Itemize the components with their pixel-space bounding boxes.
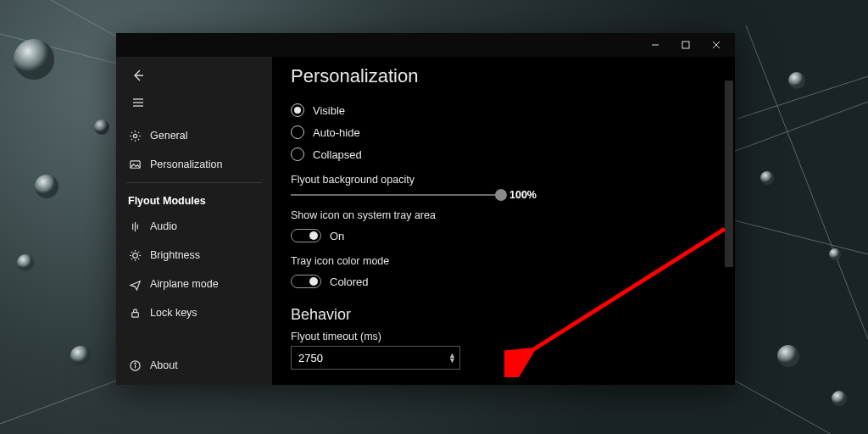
- plane-icon: [128, 277, 142, 291]
- sidebar-item-personalization[interactable]: Personalization: [116, 150, 272, 179]
- svg-point-7: [17, 254, 34, 271]
- svg-point-10: [788, 72, 805, 89]
- radio-autohide[interactable]: Auto-hide: [291, 121, 735, 143]
- palette-icon: [128, 158, 142, 171]
- timeout-spinbox[interactable]: 2750 ▲▼: [291, 346, 460, 370]
- hamburger-button[interactable]: [121, 89, 155, 116]
- sidebar-item-audio[interactable]: Audio: [116, 212, 272, 241]
- titlebar: [116, 33, 735, 57]
- radio-icon: [291, 125, 304, 139]
- svg-point-13: [777, 345, 799, 367]
- opacity-label: Flyout background opacity: [291, 174, 735, 186]
- svg-point-9: [94, 120, 109, 135]
- settings-window: General Personalization Flyout Modules A…: [116, 33, 735, 385]
- lock-icon: [128, 306, 142, 320]
- sidebar-item-label: Lock keys: [150, 307, 198, 319]
- toggle-state-text: On: [330, 230, 344, 242]
- scrollbar[interactable]: [723, 81, 735, 385]
- toggle-state-text: Colored: [330, 275, 369, 288]
- radio-icon: [291, 147, 304, 161]
- radio-label: Auto-hide: [313, 126, 360, 139]
- page-title: Personalization: [291, 65, 735, 87]
- svg-point-11: [760, 171, 774, 185]
- svg-point-12: [829, 248, 841, 260]
- svg-point-24: [132, 253, 137, 258]
- radio-label: Collapsed: [313, 148, 362, 161]
- gear-icon: [128, 129, 142, 142]
- tray-color-toggle[interactable]: [291, 275, 321, 288]
- sidebar-item-label: Brightness: [150, 249, 200, 261]
- sidebar-item-label: General: [150, 130, 187, 142]
- svg-point-14: [832, 391, 847, 406]
- sidebar-item-lock-keys[interactable]: Lock keys: [116, 298, 272, 327]
- minimize-button[interactable]: [640, 33, 670, 57]
- radio-collapsed[interactable]: Collapsed: [291, 143, 735, 165]
- radio-visible[interactable]: Visible: [291, 99, 735, 121]
- tray-color-label: Tray icon color mode: [291, 255, 735, 267]
- audio-icon: [128, 220, 142, 233]
- sun-icon: [128, 248, 142, 262]
- svg-point-5: [14, 39, 54, 80]
- sidebar: General Personalization Flyout Modules A…: [116, 57, 272, 385]
- scrollbar-thumb[interactable]: [725, 81, 733, 267]
- sidebar-item-label: Airplane mode: [150, 278, 219, 290]
- opacity-value: 100%: [509, 189, 537, 201]
- back-button[interactable]: [121, 62, 155, 89]
- sidebar-item-label: Personalization: [150, 159, 222, 170]
- slider-thumb[interactable]: [495, 189, 507, 201]
- sidebar-item-brightness[interactable]: Brightness: [116, 241, 272, 270]
- sidebar-divider: [126, 182, 262, 183]
- svg-rect-16: [682, 42, 689, 48]
- timeout-value: 2750: [298, 352, 323, 364]
- content-pane: Personalization Visible Auto-hide Collap…: [272, 57, 735, 385]
- sidebar-section-heading: Flyout Modules: [116, 186, 272, 212]
- svg-point-8: [70, 346, 91, 366]
- svg-point-22: [133, 134, 136, 137]
- info-icon: [128, 359, 142, 372]
- sidebar-item-about[interactable]: About: [116, 351, 272, 380]
- sidebar-item-label: About: [150, 359, 178, 371]
- sidebar-item-airplane-mode[interactable]: Airplane mode: [116, 270, 272, 298]
- svg-point-6: [35, 175, 58, 198]
- opacity-slider[interactable]: [291, 194, 501, 196]
- svg-rect-25: [131, 312, 138, 317]
- svg-point-28: [134, 363, 135, 364]
- radio-icon: [291, 103, 304, 117]
- close-button[interactable]: [701, 33, 732, 57]
- sidebar-item-label: Audio: [150, 220, 177, 232]
- spin-buttons-icon[interactable]: ▲▼: [448, 353, 454, 363]
- tray-icon-toggle[interactable]: [291, 229, 321, 242]
- radio-label: Visible: [313, 104, 345, 117]
- timeout-label: Flyout timeout (ms): [291, 331, 735, 342]
- behavior-heading: Behavior: [291, 306, 735, 324]
- maximize-button[interactable]: [670, 33, 701, 57]
- tray-icon-label: Show icon on system tray area: [291, 209, 735, 221]
- sidebar-item-general[interactable]: General: [116, 121, 272, 150]
